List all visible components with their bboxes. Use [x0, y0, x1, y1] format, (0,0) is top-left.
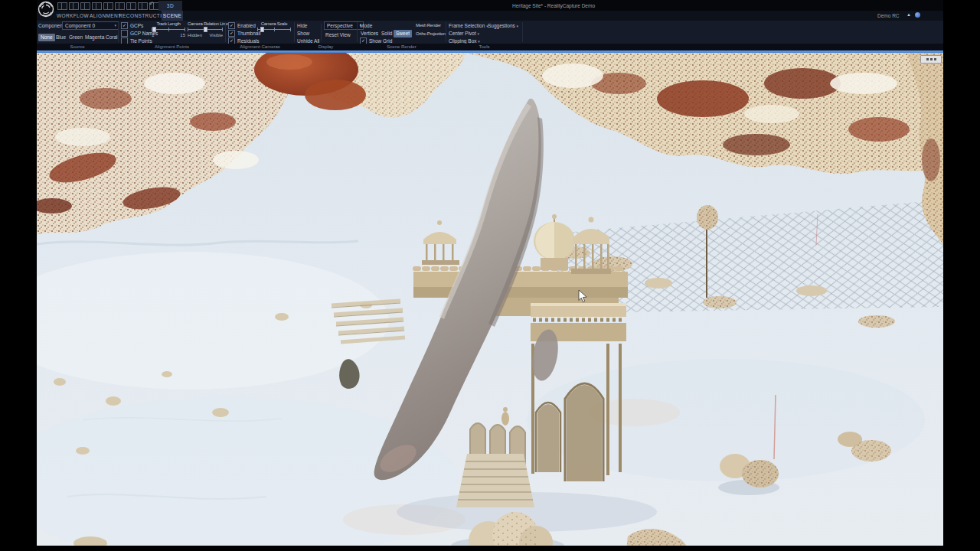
ribbon-tab-row: WORKFLOW ALIGNMENT RECONSTRUCTION SCENE — [37, 11, 943, 21]
group-scene-render: Scene Render — [358, 44, 446, 51]
center-pivot-menu[interactable]: Center Pivot ▾ — [449, 31, 479, 36]
slider-min: 1 — [152, 33, 154, 37]
realitycapture-window: ↶ 3D Heritage Site* - RealityCapture Dem… — [37, 0, 943, 546]
component-label: Component — [38, 23, 64, 28]
viewport-3d[interactable] — [37, 53, 943, 546]
suggestions-menu[interactable]: Suggestions ▾ — [488, 23, 518, 28]
track-length-label: Track Length — [152, 21, 185, 26]
divider — [357, 22, 358, 42]
divider — [118, 22, 119, 42]
slider-max: 15 — [180, 33, 185, 37]
unhide-all-button[interactable]: Unhide All — [297, 38, 319, 44]
render-mode-sweet-button[interactable]: Sweet — [394, 30, 412, 37]
chevron-down-icon: ▾ — [114, 22, 116, 29]
enabled-label: Enabled — [237, 23, 256, 28]
projection-value: Perspective — [327, 23, 353, 28]
camera-relation-lines-label: Camera Relation Lines — [188, 21, 223, 26]
slider-thumb[interactable] — [260, 27, 264, 32]
layout-preset-icon[interactable] — [126, 2, 136, 10]
app-logo-icon[interactable] — [38, 1, 54, 18]
view-tab-3d[interactable]: 3D — [158, 1, 182, 11]
slider-thumb[interactable] — [152, 27, 156, 32]
render-mode-solid-button[interactable]: Solid — [379, 30, 394, 37]
group-source: Source — [37, 44, 118, 51]
divider — [446, 22, 446, 42]
layout-preset-icon[interactable] — [57, 2, 67, 10]
divider — [522, 22, 523, 42]
render-mode-vertices-button[interactable]: Vertices — [358, 30, 381, 37]
slider-min: Hidden — [188, 33, 202, 37]
help-globe-icon[interactable] — [915, 12, 920, 18]
layout-preset-icon[interactable] — [103, 2, 113, 10]
title-bar: ↶ 3D Heritage Site* - RealityCapture Dem… — [37, 0, 943, 11]
group-display: Display — [295, 44, 357, 51]
show-grid-label: Show Grid — [369, 38, 392, 44]
divider — [321, 24, 322, 41]
center-pivot-label: Center Pivot — [449, 31, 476, 36]
application-screen: ↶ 3D Heritage Site* - RealityCapture Dem… — [0, 0, 980, 551]
window-title: Heritage Site* - RealityCapture Demo — [488, 3, 619, 8]
camera-relation-lines-slider[interactable]: Camera Relation Lines Hidden Visible — [188, 21, 223, 37]
hide-button[interactable]: Hide — [297, 23, 307, 28]
beacon-icon[interactable]: ▲ — [906, 12, 911, 17]
cameras-thumbnail-checkbox[interactable]: ✓ Thumbnail — [228, 30, 260, 36]
chevron-down-icon: ▾ — [517, 24, 519, 28]
layout-preset-icon[interactable] — [92, 2, 102, 10]
component-dropdown[interactable]: Component 0 ▾ — [62, 21, 119, 30]
group-alignment-cameras: Alignment Cameras — [226, 44, 294, 51]
mesh-render-label: Mesh Render — [416, 23, 441, 28]
track-length-slider[interactable]: Track Length 1 15 — [152, 21, 185, 37]
gcps-label: GCPs — [130, 23, 143, 28]
show-grid-checkbox[interactable]: ✓ Show Grid — [360, 37, 392, 44]
group-label-band: Source Alignment Points Alignment Camera… — [37, 44, 943, 51]
group-alignment-points: Alignment Points — [119, 44, 225, 51]
undo-icon[interactable]: ↶ — [149, 1, 155, 8]
demo-rc-badge: Demo RC — [877, 13, 900, 18]
slider-max: Visible — [209, 33, 223, 37]
projection-dropdown[interactable]: Perspective ▾ — [324, 21, 364, 30]
tie-points-checkbox[interactable]: Tie Points — [121, 37, 152, 44]
ribbon-content: Component Component 0 ▾ None Blue Green … — [37, 21, 943, 44]
layout-preset-toolbar — [57, 2, 159, 10]
group-tools: Tools — [446, 44, 522, 51]
gcps-checkbox[interactable]: ✓ GCPs — [121, 22, 143, 28]
viewport-3d-scene[interactable] — [37, 53, 943, 546]
slider-thumb[interactable] — [204, 27, 207, 32]
camera-scale-slider[interactable]: Camera Scale — [257, 21, 291, 32]
layout-preset-icon[interactable] — [138, 2, 148, 10]
cameras-enabled-checkbox[interactable]: ✓ Enabled — [228, 22, 256, 28]
residuals-label: Residuals — [237, 38, 260, 44]
tab-alignment[interactable]: ALIGNMENT — [90, 11, 119, 21]
clipping-box-menu[interactable]: Clipping Box ▾ — [449, 38, 480, 44]
reset-view-button[interactable]: Reset View — [325, 32, 351, 37]
color-mode-none-button[interactable]: None — [38, 34, 55, 41]
view-controls-widget[interactable] — [920, 55, 942, 64]
show-button[interactable]: Show — [297, 31, 309, 36]
tab-scene[interactable]: SCENE — [162, 11, 183, 21]
tie-points-label: Tie Points — [130, 38, 152, 44]
tab-workflow[interactable]: WORKFLOW — [56, 11, 90, 21]
component-value: Component 0 — [65, 23, 95, 28]
divider — [225, 22, 226, 42]
layout-preset-icon[interactable] — [69, 2, 79, 10]
layout-preset-icon[interactable] — [115, 2, 125, 10]
layout-preset-icon[interactable] — [80, 2, 90, 10]
suggestions-label: Suggestions — [488, 23, 515, 28]
camera-scale-label: Camera Scale — [257, 21, 291, 26]
frame-selection-label: Frame Selection — [449, 23, 485, 28]
clipping-box-label: Clipping Box — [449, 38, 477, 44]
chevron-down-icon: ▾ — [478, 31, 480, 36]
tab-reconstruction[interactable]: RECONSTRUCTION — [119, 11, 162, 21]
mode-label: Mode — [360, 23, 372, 28]
divider — [294, 22, 295, 42]
frame-selection-menu[interactable]: Frame Selection ▾ — [449, 23, 488, 28]
cameras-residuals-checkbox[interactable]: ✓ Residuals — [228, 37, 260, 44]
ortho-projection-button[interactable]: Ortho Projection — [413, 30, 448, 37]
